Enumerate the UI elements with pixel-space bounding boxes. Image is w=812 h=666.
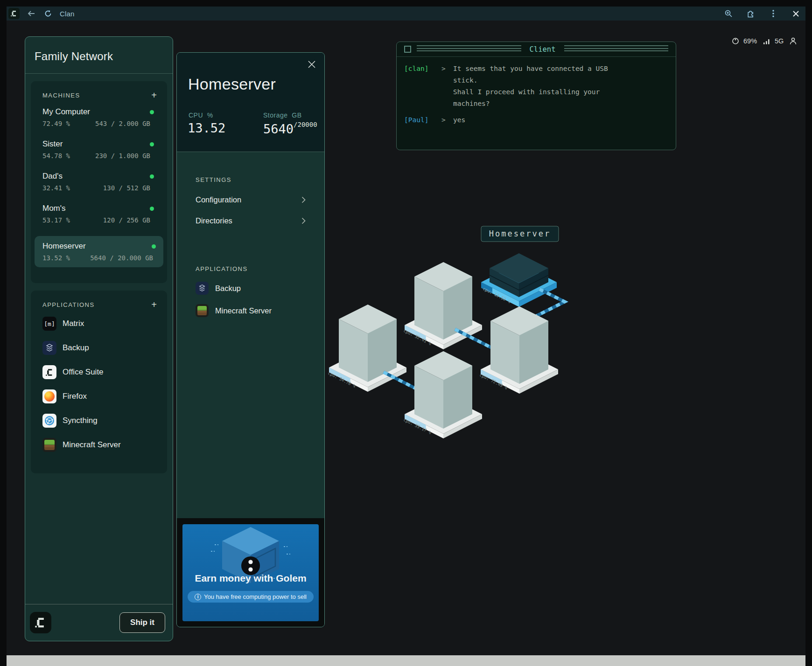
- storage-value: 5640/20000: [263, 121, 317, 136]
- signal-bars-icon: [763, 38, 770, 44]
- machine-item-dads[interactable]: Dad's 32.41 %130 / 512 GB: [31, 172, 167, 192]
- applications-card: APPLICATIONS + [m] Matrix Backup Office …: [31, 291, 167, 473]
- app-item-backup[interactable]: Backup: [31, 341, 167, 355]
- speaker-paul: [Paul]: [404, 114, 441, 126]
- detail-header: Homeserver CPU % 13.52 Storage GB 5640/2…: [177, 53, 324, 152]
- machine-item-sister[interactable]: Sister 54.78 %230 / 1.000 GB: [31, 139, 167, 160]
- minecraft-icon: [42, 438, 56, 452]
- add-machine-button[interactable]: +: [151, 90, 157, 100]
- terminal-titlebar[interactable]: Client: [397, 42, 676, 57]
- storage-total: /20000: [294, 121, 317, 128]
- cpu-stat: 54.78 %: [42, 152, 70, 160]
- ad-band: Earn money with Golem i You have free co…: [177, 518, 324, 627]
- machines-card: MACHINES + My Computer 72.49 %543 / 2.00…: [31, 81, 167, 283]
- storage-stat: 120 / 256 GB: [103, 216, 150, 224]
- terminal-close-box[interactable]: [404, 46, 411, 53]
- detail-title: Homeserver: [188, 75, 276, 93]
- cpu-label: CPU %: [189, 111, 213, 119]
- machine-item-homeserver[interactable]: Homeserver 13.52 %5640 / 20.000 GB: [35, 236, 163, 267]
- close-panel-icon[interactable]: [308, 60, 316, 69]
- titlebar-stripes: [564, 45, 669, 53]
- cpu-stat: 32.41 %: [42, 184, 70, 192]
- backup-icon: [42, 341, 56, 355]
- cpu-stat: 72.49 %: [42, 120, 70, 127]
- matrix-icon: [m]: [42, 317, 56, 331]
- sidebar-title: Family Network: [25, 37, 173, 73]
- close-window-icon[interactable]: [791, 8, 801, 19]
- back-icon[interactable]: [26, 8, 36, 19]
- storage-stat: 5640 / 20.000 GB: [90, 254, 153, 262]
- machines-header: MACHINES: [42, 92, 80, 99]
- svg-text:Homeserver: Homeserver: [489, 229, 551, 238]
- terminal-body: [clan] > It seems that you have connecte…: [397, 57, 676, 126]
- terminal-message-clan: [clan] > It seems that you have connecte…: [404, 63, 668, 110]
- scene-machine-moms[interactable]: cpu: 53.17 %: [403, 351, 482, 438]
- ad-note-pill: i You have free computing power to sell: [188, 591, 314, 603]
- extensions-icon[interactable]: [746, 8, 756, 19]
- cpu-stat: 53.17 %: [42, 216, 70, 224]
- refresh-icon[interactable]: [43, 8, 53, 19]
- cpu-value: 13.52: [188, 121, 225, 135]
- online-status-dot: [150, 207, 154, 211]
- window-title: Clan: [60, 10, 75, 18]
- storage-stat: 230 / 1.000 GB: [95, 152, 150, 160]
- firefox-icon: [42, 389, 56, 403]
- storage-label: Storage GB: [263, 111, 302, 119]
- scene-machine-homeserver[interactable]: cpu: 13.52 %: [481, 253, 557, 307]
- terminal-title: Client: [527, 45, 559, 54]
- taskbar-strip: [7, 655, 805, 666]
- titlebar-stripes: [417, 45, 521, 53]
- online-status-dot: [150, 174, 154, 179]
- minecraft-icon: [196, 304, 209, 317]
- browser-titlebar: Clan: [7, 7, 805, 21]
- menu-kebab-icon[interactable]: [768, 8, 778, 19]
- applications-header: APPLICATIONS: [42, 301, 95, 308]
- client-terminal: Client [clan] > It seems that you have c…: [396, 42, 676, 150]
- sidebar-footer: Ship it: [25, 604, 173, 641]
- battery-circle-icon: [732, 37, 739, 45]
- office-suite-icon: [42, 365, 56, 379]
- app-item-office-suite[interactable]: Office Suite: [31, 365, 167, 379]
- ship-it-button[interactable]: Ship it: [119, 612, 165, 633]
- battery-percent: 69%: [743, 37, 757, 45]
- zoom-page-icon[interactable]: [723, 8, 734, 19]
- clan-pixel-c-icon: [11, 10, 17, 17]
- system-status: 69% 5G: [732, 36, 797, 46]
- network-type: 5G: [775, 37, 784, 45]
- ad-note: You have free computing power to sell: [204, 593, 307, 600]
- app-item-matrix[interactable]: [m] Matrix: [31, 317, 167, 331]
- terminal-message-paul: [Paul] > yes: [404, 114, 668, 126]
- sidebar-divider: [25, 73, 173, 74]
- speaker-clan: [clan]: [404, 63, 441, 110]
- scene-machine-my-computer[interactable]: cpu: 72.49 %: [479, 306, 558, 394]
- app-item-minecraft-server[interactable]: Minecraft Server: [31, 438, 167, 452]
- online-status-dot: [152, 244, 156, 249]
- app-item-syncthing[interactable]: Syncthing: [31, 414, 167, 428]
- storage-stat: 543 / 2.000 GB: [95, 120, 150, 127]
- clan-logo: [30, 612, 51, 633]
- scene-homeserver-label: Homeserver: [481, 226, 559, 242]
- network-visualization: cpu: 13.52 % cpu: 32.41 % cpu: 54.78 %: [280, 196, 588, 457]
- add-application-button[interactable]: +: [151, 300, 157, 309]
- clan-favicon: [8, 8, 20, 19]
- golem-ad[interactable]: Earn money with Golem i You have free co…: [182, 524, 319, 621]
- cpu-stat: 13.52 %: [42, 254, 70, 262]
- machine-item-moms[interactable]: Mom's 53.17 %120 / 256 GB: [31, 204, 167, 224]
- machine-item-my-computer[interactable]: My Computer 72.49 %543 / 2.000 GB: [31, 107, 167, 127]
- online-status-dot: [150, 110, 154, 114]
- sidebar: Family Network MACHINES + My Computer 72…: [25, 36, 173, 641]
- user-icon[interactable]: [790, 37, 797, 45]
- info-icon: i: [195, 594, 201, 600]
- storage-stat: 130 / 512 GB: [103, 184, 150, 192]
- backup-icon: [196, 282, 209, 295]
- app-item-firefox[interactable]: Firefox: [31, 389, 167, 403]
- online-status-dot: [150, 142, 154, 146]
- syncthing-icon: [42, 414, 56, 428]
- settings-header: SETTINGS: [196, 176, 306, 183]
- ad-title: Earn money with Golem: [182, 573, 319, 584]
